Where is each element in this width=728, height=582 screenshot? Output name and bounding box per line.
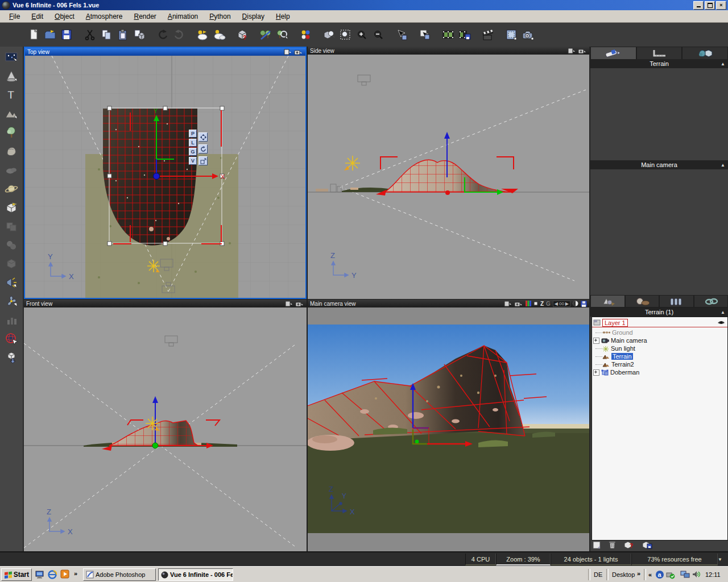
maximize-button[interactable] (705, 1, 715, 10)
tree-item-ground[interactable]: Ground (592, 329, 727, 336)
resources-dropdown-icon[interactable]: ▼ (718, 557, 722, 562)
rock-icon[interactable] (3, 143, 20, 160)
load-atmosphere-icon[interactable] (195, 27, 210, 42)
quicklaunch-ie-icon[interactable] (48, 569, 57, 579)
maximize-viewport-icon[interactable] (284, 49, 292, 55)
visibility-eye-icon[interactable] (717, 320, 725, 325)
main-render-icon[interactable] (520, 27, 535, 42)
viewport-camera-icon[interactable] (294, 49, 303, 55)
tab-materials[interactable] (625, 295, 660, 307)
gizmo-rotate-button[interactable] (198, 144, 208, 153)
viewport-front-view[interactable]: Front view (24, 300, 307, 551)
tray-usb-icon[interactable] (665, 570, 676, 579)
menu-edit[interactable]: Edit (26, 11, 49, 22)
cone-primitive-icon[interactable] (3, 68, 20, 85)
gizmo-resize-button[interactable] (198, 156, 208, 165)
collapse-arrow-icon[interactable]: ▲ (721, 61, 725, 66)
front-view-header[interactable]: Front view (24, 300, 307, 307)
top-view-canvas[interactable]: Y X Y X (25, 56, 305, 298)
maximize-viewport-icon[interactable] (568, 48, 576, 54)
paste-icon[interactable] (115, 27, 130, 42)
pan-view-icon[interactable] (394, 27, 409, 42)
object-help-icon[interactable]: ? (624, 541, 634, 549)
copy-icon[interactable] (99, 27, 114, 42)
language-indicator[interactable]: DE (594, 571, 602, 578)
expand-toggle-icon[interactable] (593, 338, 599, 344)
zoom-indicator[interactable]: Zoom : 39% (496, 554, 551, 566)
viewport-top-view[interactable]: Top view (24, 47, 307, 299)
tree-item-terrain2[interactable]: Terrain2 (592, 360, 727, 368)
expand-toggle-icon[interactable] (593, 369, 599, 376)
menu-file[interactable]: File (3, 11, 26, 22)
delete-object-icon[interactable] (609, 541, 616, 549)
layer-row[interactable]: Layer 1 (592, 318, 727, 327)
save-atmosphere-icon[interactable] (212, 27, 226, 42)
tab-material[interactable] (682, 47, 728, 59)
paste-as-object-icon[interactable] (132, 27, 147, 42)
new-layer-icon[interactable] (593, 541, 601, 549)
task-button-photoshop[interactable]: Adobe Photoshop (83, 568, 156, 581)
collapse-arrow-icon[interactable]: ▲ (721, 310, 725, 315)
tree-item-terrain[interactable]: Terrain (592, 352, 727, 360)
render-preview-icon[interactable] (338, 27, 353, 42)
desktop-toolbar-label[interactable]: Desktop (612, 571, 635, 578)
save-view-icon[interactable] (581, 301, 587, 307)
front-view-canvas[interactable]: Z X (24, 307, 307, 551)
tray-antivirus-icon[interactable]: a (655, 570, 664, 579)
world-browser-tree[interactable]: Layer 1 Ground Main camera Sun light (592, 317, 728, 541)
save-scene-icon[interactable] (59, 27, 74, 42)
tab-objects[interactable] (590, 295, 625, 307)
menu-display[interactable]: Display (237, 11, 270, 22)
side-view-canvas[interactable]: Z Y (308, 55, 589, 299)
rgb-channels-icon[interactable] (526, 301, 531, 306)
top-view-header[interactable]: Top view (25, 48, 305, 56)
main-camera-view-header[interactable]: Main camera view Z G ◀00▶ (308, 300, 589, 307)
boolean-difference-icon[interactable] (3, 255, 20, 272)
menu-object[interactable]: Object (49, 11, 80, 22)
close-button[interactable]: × (716, 1, 726, 10)
graph-icon[interactable] (3, 311, 20, 329)
object-properties-icon[interactable]: ? (235, 27, 250, 42)
zoom-in-icon[interactable] (354, 27, 369, 42)
frame-prev-icon[interactable]: ◀ (555, 301, 558, 306)
viewport-camera-icon[interactable] (578, 48, 587, 54)
tab-numerics[interactable] (636, 47, 682, 59)
side-view-header[interactable]: Side view (308, 47, 589, 55)
drop-object-icon[interactable] (3, 349, 20, 366)
menu-render[interactable]: Render (128, 11, 162, 22)
camera-panel-title-bar[interactable]: Main camera ▲ (590, 160, 728, 169)
view-animation-icon[interactable] (441, 27, 456, 42)
contrast-icon[interactable] (573, 301, 578, 306)
tab-aspect[interactable] (590, 47, 636, 59)
cut-icon[interactable] (82, 27, 97, 42)
viewport-camera-icon[interactable] (295, 301, 304, 307)
gizmo-g-button[interactable]: G (189, 148, 197, 156)
save-animation-icon[interactable] (457, 27, 472, 42)
animation-setup-icon[interactable] (481, 27, 495, 42)
tree-item-doberman[interactable]: Doberman (592, 368, 727, 376)
quicklaunch-desktop-icon[interactable] (35, 570, 44, 579)
import-object-icon[interactable] (3, 199, 20, 216)
quicklaunch-mediaplayer-icon[interactable] (60, 569, 69, 579)
new-scene-icon[interactable] (26, 27, 41, 42)
tab-links[interactable] (694, 295, 728, 307)
gizmo-v-button[interactable]: V (189, 157, 197, 165)
cloud-icon[interactable] (3, 161, 20, 178)
scene-elements-icon[interactable] (3, 49, 20, 66)
wind-icon[interactable] (3, 293, 20, 310)
menu-python[interactable]: Python (204, 11, 236, 22)
gizmo-p-button[interactable]: P (189, 130, 197, 138)
tree-item-sun-light[interactable]: Sun light (592, 344, 727, 352)
tray-collapse-chevron[interactable]: « (648, 571, 652, 578)
frame-next-icon[interactable]: ▶ (565, 301, 569, 306)
metaballs-icon[interactable] (3, 236, 20, 253)
tree-item-main-camera[interactable]: Main camera (592, 336, 727, 344)
tray-volume-icon[interactable] (692, 570, 701, 579)
open-scene-icon[interactable] (43, 27, 57, 42)
maximize-viewport-icon[interactable] (504, 301, 512, 307)
plant-icon[interactable] (3, 124, 20, 141)
render-options-icon[interactable] (298, 27, 313, 42)
object-panel-title-bar[interactable]: Terrain ▲ (590, 59, 728, 68)
render-area-icon[interactable] (504, 27, 519, 42)
menu-atmosphere[interactable]: Atmosphere (80, 11, 129, 22)
